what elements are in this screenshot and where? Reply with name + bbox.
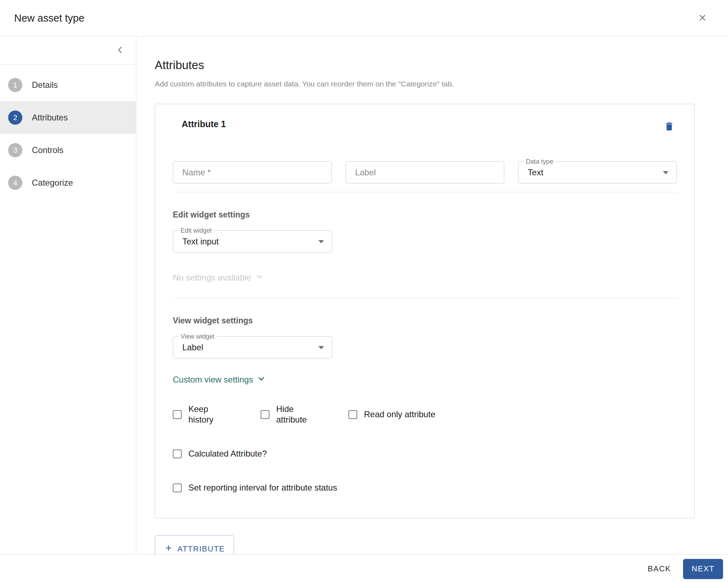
dropdown-caret-icon: [663, 171, 669, 174]
delete-attribute-button[interactable]: [662, 119, 677, 135]
view-widget-select-label: View widget: [178, 333, 217, 340]
step-4-badge: 4: [8, 176, 22, 190]
step-1-label: Details: [32, 80, 58, 90]
view-widget-row: View widget Label: [173, 336, 677, 358]
dialog-header: New asset type: [0, 0, 728, 36]
collapse-sidebar-button[interactable]: [113, 43, 127, 58]
read-only-attribute-checkbox-item[interactable]: Read only attribute: [348, 409, 435, 420]
step-2-label: Attributes: [32, 113, 68, 123]
calculated-attribute-checkbox-item[interactable]: Calculated Attribute?: [173, 448, 677, 459]
keep-history-checkbox-item[interactable]: Keep history: [173, 404, 261, 425]
next-button[interactable]: NEXT: [683, 559, 723, 579]
add-attribute-label: ATTRIBUTE: [177, 544, 225, 554]
edit-widget-select-label: Edit widget: [178, 227, 214, 234]
calculated-attribute-label: Calculated Attribute?: [188, 448, 267, 459]
trash-icon: [664, 121, 675, 133]
sidebar-item-attributes[interactable]: 2 Attributes: [0, 101, 136, 134]
steps-list: 1 Details 2 Attributes 3 Controls 4 Cate…: [0, 64, 136, 199]
chevron-left-icon: [115, 45, 125, 56]
step-1-badge: 1: [8, 78, 22, 92]
page-subtitle: Add custom attributes to capture asset d…: [155, 80, 728, 88]
reporting-interval-label: Set reporting interval for attribute sta…: [188, 482, 337, 493]
view-widget-select[interactable]: View widget Label: [173, 336, 332, 358]
attribute-fields-row: Data type Text: [173, 161, 677, 183]
attribute-card: Attribute 1 Data type: [155, 104, 695, 518]
main-content: Attributes Add custom attributes to capt…: [136, 36, 728, 554]
no-settings-available-label: No settings available: [173, 273, 251, 283]
new-asset-type-dialog: New asset type: [0, 0, 728, 583]
steps-sidebar: 1 Details 2 Attributes 3 Controls 4 Cate…: [0, 36, 136, 554]
chevron-down-icon: [251, 272, 264, 283]
attribute-card-title: Attribute 1: [182, 119, 226, 129]
sidebar-item-controls[interactable]: 3 Controls: [0, 134, 136, 166]
step-2-badge: 2: [8, 111, 22, 125]
name-input[interactable]: [173, 161, 332, 183]
page-title: Attributes: [155, 58, 728, 72]
edit-widget-select-value: Text input: [182, 237, 219, 247]
label-input[interactable]: [346, 161, 505, 183]
sidebar-item-details[interactable]: 1 Details: [0, 69, 136, 101]
dialog-title: New asset type: [14, 12, 84, 24]
dropdown-caret-icon: [318, 346, 324, 349]
view-widget-settings-heading: View widget settings: [173, 316, 677, 326]
checkbox[interactable]: [173, 410, 182, 419]
checkbox[interactable]: [348, 410, 357, 419]
reporting-interval-checkbox-item[interactable]: Set reporting interval for attribute sta…: [173, 482, 677, 493]
custom-view-settings-toggle[interactable]: Custom view settings: [173, 374, 266, 385]
hide-attribute-label: Hide attribute: [276, 404, 319, 425]
data-type-select-value: Text: [528, 168, 543, 177]
no-settings-available-toggle: No settings available: [173, 272, 677, 283]
close-button[interactable]: [695, 11, 710, 26]
custom-view-settings-label: Custom view settings: [173, 375, 253, 385]
add-attribute-button[interactable]: ATTRIBUTE: [155, 535, 234, 554]
plus-icon: [164, 543, 177, 554]
back-button[interactable]: BACK: [639, 559, 679, 578]
step-3-label: Controls: [32, 145, 63, 155]
checkbox[interactable]: [261, 410, 269, 419]
dropdown-caret-icon: [318, 240, 324, 243]
view-options-checkbox-row: Keep history Hide attribute Read only at…: [173, 404, 677, 425]
dialog-footer: BACK NEXT: [0, 554, 728, 583]
sidebar-item-categorize[interactable]: 4 Categorize: [0, 166, 136, 199]
read-only-attribute-label: Read only attribute: [364, 409, 435, 420]
dialog-body: 1 Details 2 Attributes 3 Controls 4 Cate…: [0, 36, 728, 554]
section-divider: [173, 298, 677, 298]
step-4-label: Categorize: [32, 178, 73, 188]
step-3-badge: 3: [8, 143, 22, 157]
checkbox[interactable]: [173, 483, 182, 492]
hide-attribute-checkbox-item[interactable]: Hide attribute: [261, 404, 348, 425]
data-type-select-label: Data type: [523, 158, 556, 165]
checkbox[interactable]: [173, 449, 182, 458]
view-widget-select-value: Label: [182, 343, 203, 352]
sidebar-collapse-row: [0, 36, 136, 64]
edit-widget-select[interactable]: Edit widget Text input: [173, 230, 332, 253]
section-divider: [173, 192, 677, 192]
edit-widget-settings-heading: Edit widget settings: [173, 210, 677, 220]
close-icon: [698, 13, 707, 24]
attribute-card-header: Attribute 1: [173, 119, 677, 135]
chevron-down-icon: [253, 374, 266, 385]
keep-history-label: Keep history: [188, 404, 231, 425]
edit-widget-row: Edit widget Text input: [173, 230, 677, 253]
data-type-select[interactable]: Data type Text: [518, 161, 677, 183]
